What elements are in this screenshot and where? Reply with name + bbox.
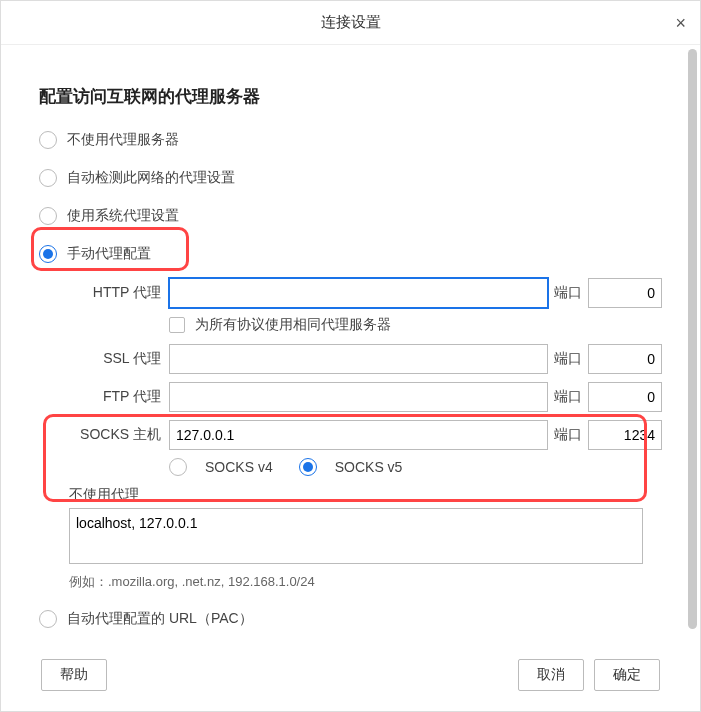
connection-settings-dialog: 连接设置 × 配置访问互联网的代理服务器 不使用代理服务器 自动检测此网络的代理… <box>0 0 701 712</box>
socks-host-input[interactable] <box>169 420 548 450</box>
section-heading: 配置访问互联网的代理服务器 <box>39 85 662 108</box>
radio-icon <box>39 169 57 187</box>
ssl-port-input[interactable] <box>588 344 662 374</box>
button-row: 帮助 取消 确定 <box>39 659 662 691</box>
same-for-all-row[interactable]: 为所有协议使用相同代理服务器 <box>169 316 662 334</box>
radio-icon[interactable] <box>299 458 317 476</box>
option-pac[interactable]: 自动代理配置的 URL（PAC） <box>39 601 662 637</box>
ok-button[interactable]: 确定 <box>594 659 660 691</box>
dialog-title: 连接设置 <box>321 13 381 32</box>
ssl-proxy-input[interactable] <box>169 344 548 374</box>
manual-proxy-section: HTTP 代理 端口 为所有协议使用相同代理服务器 SSL 代理 端口 FTP … <box>39 278 662 591</box>
ftp-port-input[interactable] <box>588 382 662 412</box>
option-auto-detect[interactable]: 自动检测此网络的代理设置 <box>39 160 662 196</box>
radio-icon[interactable] <box>169 458 187 476</box>
titlebar: 连接设置 × <box>1 1 700 45</box>
content-area: 配置访问互联网的代理服务器 不使用代理服务器 自动检测此网络的代理设置 使用系统… <box>1 45 700 711</box>
option-label: 不使用代理服务器 <box>67 131 179 149</box>
option-system-proxy[interactable]: 使用系统代理设置 <box>39 198 662 234</box>
port-label: 端口 <box>548 426 588 444</box>
option-label: 使用系统代理设置 <box>67 207 179 225</box>
radio-icon <box>39 131 57 149</box>
http-proxy-label: HTTP 代理 <box>39 284 169 302</box>
radio-icon <box>39 610 57 628</box>
option-label: 手动代理配置 <box>67 245 151 263</box>
port-label: 端口 <box>548 350 588 368</box>
ssl-proxy-row: SSL 代理 端口 <box>39 344 662 374</box>
option-label: 自动检测此网络的代理设置 <box>67 169 235 187</box>
option-label: 自动代理配置的 URL（PAC） <box>67 610 253 628</box>
radio-icon <box>39 207 57 225</box>
close-icon[interactable]: × <box>675 13 686 34</box>
http-port-input[interactable] <box>588 278 662 308</box>
no-proxy-section: 不使用代理 例如：.mozilla.org, .net.nz, 192.168.… <box>69 486 662 591</box>
ftp-proxy-label: FTP 代理 <box>39 388 169 406</box>
help-button[interactable]: 帮助 <box>41 659 107 691</box>
ssl-proxy-label: SSL 代理 <box>39 350 169 368</box>
socks-version-row: SOCKS v4 SOCKS v5 <box>169 458 662 476</box>
radio-icon <box>39 245 57 263</box>
port-label: 端口 <box>548 284 588 302</box>
socks-v5-label[interactable]: SOCKS v5 <box>335 459 403 475</box>
ftp-proxy-input[interactable] <box>169 382 548 412</box>
no-proxy-example: 例如：.mozilla.org, .net.nz, 192.168.1.0/24 <box>69 573 662 591</box>
ftp-proxy-row: FTP 代理 端口 <box>39 382 662 412</box>
socks-proxy-row: SOCKS 主机 端口 <box>39 420 662 450</box>
http-proxy-input[interactable] <box>169 278 548 308</box>
port-label: 端口 <box>548 388 588 406</box>
option-manual-proxy[interactable]: 手动代理配置 <box>39 236 662 272</box>
http-proxy-row: HTTP 代理 端口 <box>39 278 662 308</box>
checkbox-icon <box>169 317 185 333</box>
socks-host-label: SOCKS 主机 <box>39 426 169 444</box>
no-proxy-textarea[interactable] <box>69 508 643 564</box>
checkbox-label: 为所有协议使用相同代理服务器 <box>195 316 391 334</box>
option-no-proxy[interactable]: 不使用代理服务器 <box>39 122 662 158</box>
socks-v4-label[interactable]: SOCKS v4 <box>205 459 273 475</box>
socks-port-input[interactable] <box>588 420 662 450</box>
cancel-button[interactable]: 取消 <box>518 659 584 691</box>
no-proxy-label: 不使用代理 <box>69 486 662 504</box>
